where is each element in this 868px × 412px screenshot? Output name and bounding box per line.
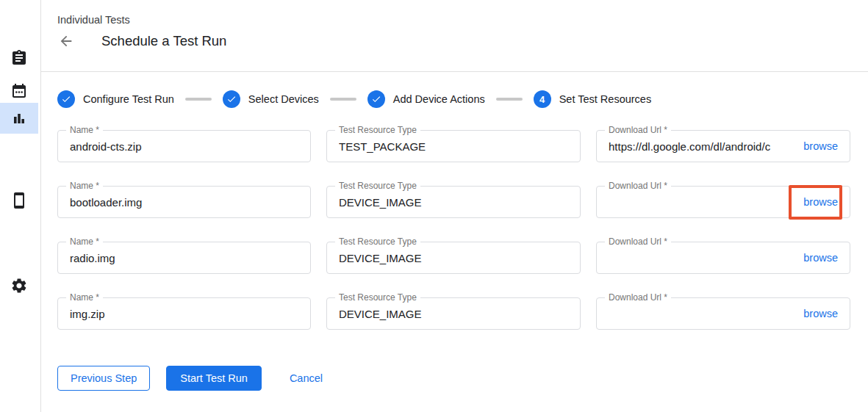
step-set-test-resources[interactable]: 4 Set Test Resources [534,90,651,108]
name-field-label: Name * [66,125,103,136]
bar-chart-icon [10,109,28,127]
clipboard-icon [10,49,28,67]
test-resources-form: Name * android-cts.zip Test Resource Typ… [57,130,850,330]
previous-step-button[interactable]: Previous Step [57,366,150,391]
name-field[interactable]: Name * radio.img [57,242,311,274]
download-url-field[interactable]: Download Url * browse [596,186,850,218]
step-complete-badge [223,90,240,108]
resource-type-value: DEVICE_IMAGE [339,252,568,264]
check-icon [61,94,71,104]
calendar-icon [10,82,28,100]
name-field-value: bootloader.img [70,196,298,209]
stepper-connector [496,98,523,101]
browse-link[interactable]: browse [803,140,838,152]
download-url-label: Download Url * [605,181,671,192]
stepper: Configure Test Run Select Devices Add De… [57,90,651,108]
cancel-button[interactable]: Cancel [278,366,334,391]
download-url-label: Download Url * [605,292,671,303]
check-icon [371,94,381,104]
name-field-label: Name * [66,181,103,192]
sidebar-item-test-runs[interactable] [0,103,38,134]
resource-type-label: Test Resource Type [335,181,420,192]
browse-link[interactable]: browse [803,308,838,319]
browse-link[interactable]: browse [803,252,838,264]
resource-type-value: TEST_PACKAGE [339,140,568,153]
check-icon [226,94,237,104]
resource-type-label: Test Resource Type [335,236,420,247]
step-label: Configure Test Run [83,93,174,105]
step-label: Add Device Actions [393,93,485,105]
sidebar-item-settings[interactable] [0,270,38,301]
download-url-field[interactable]: Download Url * browse [596,242,850,274]
action-bar: Previous Step Start Test Run Cancel [57,366,334,391]
step-number: 4 [539,94,545,105]
back-arrow-icon [58,33,74,49]
sidebar [0,0,38,412]
download-url-label: Download Url * [605,125,671,136]
resource-type-value: DEVICE_IMAGE [339,308,568,320]
name-field-label: Name * [66,292,103,303]
sidebar-item-devices[interactable] [0,185,38,216]
name-field[interactable]: Name * bootloader.img [57,186,311,218]
resource-type-field[interactable]: Test Resource Type DEVICE_IMAGE [326,297,581,330]
page-title: Schedule a Test Run [101,33,226,49]
name-field-label: Name * [66,236,103,247]
phone-icon [10,192,28,209]
resource-type-field[interactable]: Test Resource Type TEST_PACKAGE [326,130,581,162]
sidebar-divider [40,0,41,412]
download-url-field[interactable]: Download Url * browse [596,297,850,330]
name-field-value: img.zip [70,308,298,320]
resource-type-field[interactable]: Test Resource Type DEVICE_IMAGE [326,242,581,274]
step-complete-badge [57,90,75,108]
browse-link[interactable]: browse [803,196,838,208]
step-label: Select Devices [248,93,319,105]
resource-type-label: Test Resource Type [335,125,420,136]
resource-type-value: DEVICE_IMAGE [339,196,568,209]
download-url-value: https://dl.google.com/dl/android/c [609,140,796,153]
start-test-run-button[interactable]: Start Test Run [166,366,262,391]
sidebar-item-tests[interactable] [0,43,38,73]
gear-icon [10,277,28,294]
name-field[interactable]: Name * android-cts.zip [57,130,311,162]
name-field-value: android-cts.zip [70,140,298,153]
step-select-devices[interactable]: Select Devices [223,90,319,108]
resource-type-label: Test Resource Type [335,292,420,303]
download-url-field[interactable]: Download Url * https://dl.google.com/dl/… [596,130,850,162]
step-configure-test-run[interactable]: Configure Test Run [57,90,174,108]
back-button[interactable] [56,31,76,51]
stepper-connector [330,98,356,101]
sidebar-item-test-plans[interactable] [0,76,38,106]
resource-type-field[interactable]: Test Resource Type DEVICE_IMAGE [326,186,581,218]
step-label: Set Test Resources [559,93,651,105]
name-field[interactable]: Name * img.zip [57,297,311,330]
download-url-label: Download Url * [605,236,671,247]
breadcrumb: Individual Tests [57,14,130,26]
name-field-value: radio.img [70,252,298,264]
stepper-connector [185,98,212,101]
header-divider [41,71,868,72]
step-add-device-actions[interactable]: Add Device Actions [367,90,485,108]
step-complete-badge [367,90,385,108]
step-active-badge: 4 [534,90,551,108]
